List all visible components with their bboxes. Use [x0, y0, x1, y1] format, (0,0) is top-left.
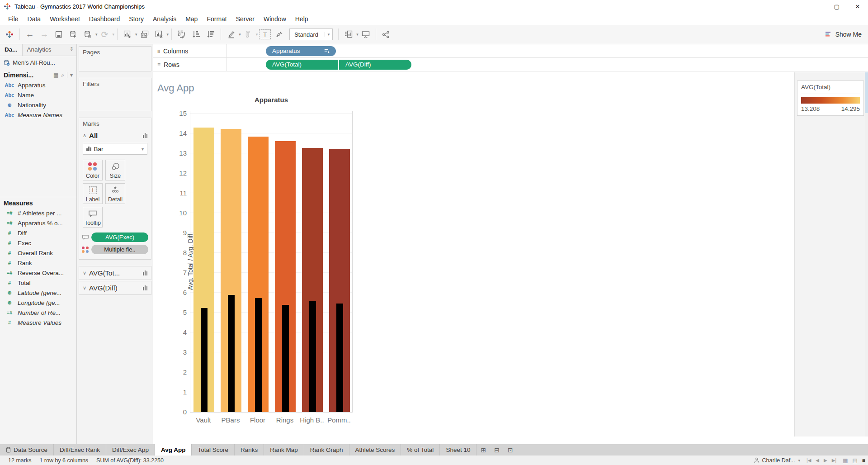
field-item[interactable]: =#Reverse Overa...: [0, 268, 76, 278]
group-members-caret-icon[interactable]: ▾: [256, 32, 258, 37]
duplicate-sheet-icon[interactable]: [139, 28, 151, 41]
expand-chevron-icon[interactable]: ∨: [83, 270, 86, 276]
run-update-icon[interactable]: ⟳: [99, 28, 111, 41]
sheet-tab-avg-app[interactable]: Avg App: [155, 444, 192, 456]
clear-sheet-caret-icon[interactable]: ▾: [167, 32, 169, 37]
bar-avg-diff[interactable]: [282, 305, 289, 412]
field-item[interactable]: AbcMeasure Names: [0, 110, 76, 120]
field-item[interactable]: AbcName: [0, 90, 76, 100]
user-menu[interactable]: Charlie Daf... ▾: [754, 457, 800, 464]
previous-sheet-icon[interactable]: ◀: [816, 458, 819, 463]
field-item[interactable]: =## Athletes per ...: [0, 208, 76, 218]
bar-avg-diff[interactable]: [228, 295, 235, 412]
close-button[interactable]: ✕: [847, 0, 868, 13]
pages-shelf[interactable]: Pages: [79, 46, 151, 71]
sheet-tab-total-score[interactable]: Total Score: [192, 444, 235, 456]
collapse-chevron-icon[interactable]: ∧: [83, 133, 86, 138]
tooltip-button[interactable]: Tooltip: [83, 207, 103, 228]
menu-analysis[interactable]: Analysis: [148, 14, 181, 24]
sort-descending-icon[interactable]: [205, 28, 217, 41]
field-item[interactable]: =#Apparatus % o...: [0, 218, 76, 228]
color-button[interactable]: Color: [83, 160, 103, 180]
columns-shelf[interactable]: iii Columns Apparatus: [153, 44, 868, 58]
new-worksheet-icon[interactable]: [122, 28, 133, 41]
highlight-caret-icon[interactable]: ▾: [239, 32, 241, 37]
redo-icon[interactable]: →: [38, 28, 50, 41]
sheet-tab-diff-exec-app[interactable]: Diff/Exec App: [106, 444, 155, 456]
run-update-caret-icon[interactable]: ▾: [113, 32, 115, 37]
size-button[interactable]: Size: [105, 160, 125, 180]
field-item[interactable]: AbcApparatus: [0, 80, 76, 90]
new-dashboard-tab-icon[interactable]: ⊟: [490, 444, 504, 456]
tab-analytics[interactable]: Analytics: [23, 44, 56, 56]
maximize-button[interactable]: ▢: [826, 0, 847, 13]
marks-all-row[interactable]: ∧ All: [79, 130, 151, 141]
bar-avg-diff[interactable]: [201, 308, 208, 412]
sheet-tab-rank-graph[interactable]: Rank Graph: [304, 444, 349, 456]
field-item[interactable]: #Diff: [0, 228, 76, 238]
avg-diff-card[interactable]: ∨ AVG(Diff): [79, 281, 151, 295]
chart-plot-area[interactable]: Avg. Total / Avg. Diff 01234567891011121…: [190, 111, 353, 413]
menu-map[interactable]: Map: [181, 14, 202, 24]
avg-diff-pill[interactable]: AVG(Diff): [339, 60, 411, 70]
field-item[interactable]: #Overall Rank: [0, 248, 76, 258]
tableau-logo-icon[interactable]: [4, 28, 15, 41]
tab-data-source[interactable]: Data Source: [0, 444, 54, 456]
show-filmstrip-icon[interactable]: ▤: [852, 457, 857, 464]
menu-window[interactable]: Window: [259, 14, 291, 24]
last-sheet-icon[interactable]: ▶|: [832, 458, 836, 463]
sheet-tab--of-total[interactable]: % of Total: [401, 444, 440, 456]
sort-descending-icon[interactable]: [324, 48, 330, 54]
highlight-icon[interactable]: [225, 28, 237, 41]
minimize-button[interactable]: –: [806, 0, 826, 13]
apparatus-pill[interactable]: Apparatus: [266, 46, 336, 56]
sheet-tab-ranks[interactable]: Ranks: [235, 444, 264, 456]
sheet-tab-diff-exec-rank[interactable]: Diff/Exec Rank: [54, 444, 106, 456]
group-members-icon[interactable]: [242, 28, 254, 41]
menu-file[interactable]: File: [4, 14, 23, 24]
pause-auto-updates-caret-icon[interactable]: ▾: [95, 32, 98, 37]
field-item[interactable]: #Rank: [0, 258, 76, 268]
sheet-tab-rank-map[interactable]: Rank Map: [264, 444, 304, 456]
show-mark-labels-icon[interactable]: T: [259, 29, 271, 39]
pane-collapse-icon[interactable]: ⇕: [67, 44, 76, 56]
filters-shelf[interactable]: Filters: [79, 78, 151, 111]
save-icon[interactable]: [53, 28, 65, 41]
menu-story[interactable]: Story: [124, 14, 148, 24]
new-data-source-icon[interactable]: [67, 28, 79, 41]
show-tabs-icon[interactable]: ■: [862, 457, 865, 464]
field-item[interactable]: #Measure Values: [0, 318, 76, 327]
bar-avg-diff[interactable]: [309, 301, 316, 412]
show-sheet-sorter-icon[interactable]: ▦: [843, 457, 848, 464]
pause-auto-updates-icon[interactable]: [82, 28, 94, 41]
multiple-fields-pill[interactable]: Multiple fie..: [91, 245, 148, 254]
label-button[interactable]: T Label: [83, 183, 103, 204]
color-legend-card[interactable]: AVG(Total) 13.208 14.295: [797, 81, 864, 116]
legend-scrollbar[interactable]: [865, 72, 868, 437]
share-icon[interactable]: [380, 28, 392, 41]
menu-format[interactable]: Format: [202, 14, 231, 24]
swap-rows-columns-icon[interactable]: [176, 28, 188, 41]
new-story-tab-icon[interactable]: ⊡: [504, 444, 517, 456]
menu-help[interactable]: Help: [291, 14, 313, 24]
tab-data[interactable]: Da...: [0, 44, 23, 56]
avg-exec-pill[interactable]: AVG(Exec): [91, 232, 148, 242]
menu-worksheet[interactable]: Worksheet: [45, 14, 85, 24]
show-hide-cards-caret-icon[interactable]: ▾: [356, 32, 359, 37]
presentation-mode-icon[interactable]: [360, 28, 372, 41]
show-hide-cards-icon[interactable]: [343, 28, 354, 41]
rows-shelf[interactable]: ≡ Rows AVG(Total) AVG(Diff): [153, 58, 868, 71]
sort-ascending-icon[interactable]: [190, 28, 202, 41]
new-worksheet-tab-icon[interactable]: ⊞: [476, 444, 490, 456]
next-sheet-icon[interactable]: ▶: [824, 458, 827, 463]
field-item[interactable]: ⊕Nationality: [0, 100, 76, 110]
menu-data[interactable]: Data: [23, 14, 46, 24]
dimensions-menu-caret-icon[interactable]: ▾: [67, 72, 73, 78]
show-me-button[interactable]: Show Me: [826, 25, 862, 44]
fix-axes-icon[interactable]: [274, 28, 285, 41]
field-item[interactable]: ⊕Latitude (gene...: [0, 288, 76, 298]
menu-dashboard[interactable]: Dashboard: [85, 14, 125, 24]
sheet-tab-athlete-scores[interactable]: Athlete Scores: [349, 444, 401, 456]
find-field-icon[interactable]: ⌕: [61, 72, 64, 78]
avg-total-pill[interactable]: AVG(Total): [266, 60, 338, 70]
